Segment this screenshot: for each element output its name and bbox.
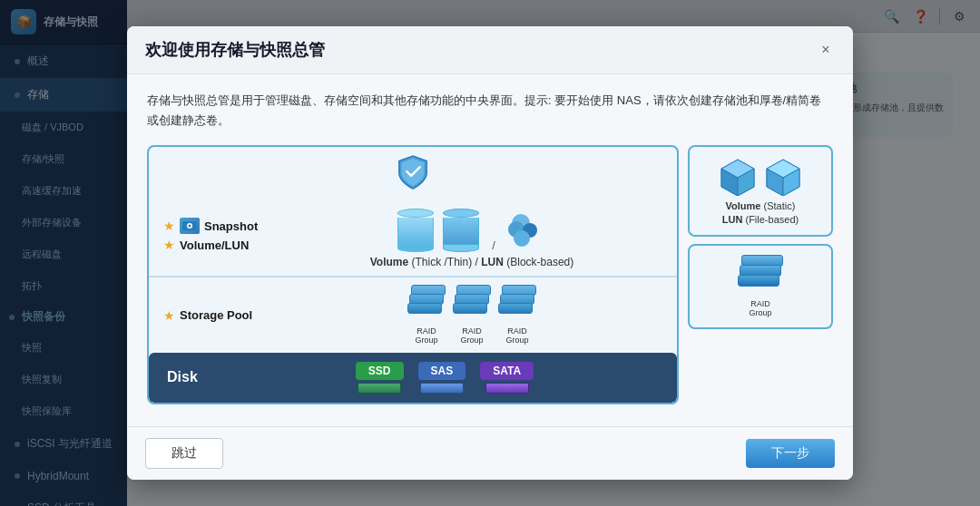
diagram-container: ★ Snapshot ★ Volume/LUN <box>147 145 833 404</box>
static-volume-text: Volume (Static)LUN (File-based) <box>722 199 799 226</box>
raid-stack-3 <box>498 285 536 326</box>
raid-label-3: RAIDGroup <box>505 327 528 345</box>
disk-sas: SAS <box>418 362 466 394</box>
diagram-row-2: ★ Storage Pool <box>149 277 677 353</box>
right-box-raid: RAIDGroup <box>688 244 833 329</box>
cyl-bot-dark <box>443 245 479 252</box>
svg-point-2 <box>189 225 191 228</box>
disk-label: Disk <box>167 369 212 385</box>
raid-disk-1c <box>407 303 442 314</box>
raid-disk-3c <box>498 303 533 314</box>
raid-group-3: RAIDGroup <box>498 285 536 345</box>
row-content-2: RAIDGroup RA <box>281 285 662 345</box>
ssd-chip: SSD <box>356 362 404 380</box>
thick-volume-icon <box>397 209 434 252</box>
raid-single-label: RAIDGroup <box>749 300 771 318</box>
raid-label-2: RAIDGroup <box>460 327 483 345</box>
diagram-right: Volume (Static)LUN (File-based) <box>688 145 833 404</box>
shield-area <box>149 147 677 194</box>
vol-lun-diagram: / <box>370 201 574 268</box>
right-box-static-volume: Volume (Static)LUN (File-based) <box>688 145 833 237</box>
row-label-storagepool: ★ Storage Pool <box>163 308 272 323</box>
static-vol-icons <box>718 156 803 196</box>
cyl-mid-dark <box>443 218 479 245</box>
sata-drive <box>485 383 529 394</box>
cyl-cap-bot <box>397 245 434 252</box>
sas-drive <box>420 383 464 394</box>
cyl-body <box>397 218 434 245</box>
star-icon-3: ★ <box>163 308 175 323</box>
row-label-volumelun: ★ Volume/LUN <box>163 238 272 252</box>
raid-group-1: RAIDGroup <box>407 285 446 345</box>
raid-group-row: RAIDGroup RA <box>407 285 536 345</box>
diagram-row-1: ★ Snapshot ★ Volume/LUN <box>149 194 677 277</box>
thin-volume-icon <box>443 209 479 252</box>
row-labels-1: ★ Snapshot ★ Volume/LUN <box>163 218 272 252</box>
disk-type-items: SSD SAS SATA <box>230 362 659 394</box>
snapshot-label: Snapshot <box>204 219 258 233</box>
modal-description: 存储与快照总管是用于管理磁盘、存储空间和其他存储功能的中央界面。提示: 要开始使… <box>147 91 833 131</box>
raid-stack-1 <box>407 285 446 326</box>
sas-chip: SAS <box>418 362 466 380</box>
skip-button[interactable]: 跳过 <box>145 438 223 469</box>
vol-lun-desc-text: Volume (Thick /Thin) / LUN (Block-based) <box>370 256 574 268</box>
raid-group-2: RAIDGroup <box>453 285 491 345</box>
diagram-main: ★ Snapshot ★ Volume/LUN <box>147 145 679 404</box>
cube-icon-2 <box>763 156 803 196</box>
ssd-drive <box>358 383 401 394</box>
cube-svg-1 <box>718 156 758 196</box>
raid-single-stack <box>738 255 783 298</box>
raid-single-icon: RAIDGroup <box>738 255 783 318</box>
modal-title: 欢迎使用存储与快照总管 <box>145 39 325 61</box>
storagepool-label: Storage Pool <box>180 308 252 322</box>
icons-row: / <box>397 201 546 252</box>
raid-stack-2 <box>453 285 491 326</box>
sata-chip: SATA <box>480 362 534 380</box>
snapshot-icon <box>180 218 200 234</box>
disk-bar: Disk SSD SAS <box>149 353 677 403</box>
row-labels-2: ★ Storage Pool <box>163 308 272 323</box>
row-label-snapshot: ★ Snapshot <box>163 218 272 234</box>
star-icon-2: ★ <box>163 238 175 252</box>
shield-icon <box>397 154 429 190</box>
close-button[interactable]: × <box>817 41 835 59</box>
cyl-cap-top <box>397 209 434 218</box>
modal-overlay: 欢迎使用存储与快照总管 × 存储与快照总管是用于管理磁盘、存储空间和其他存储功能… <box>0 0 980 506</box>
disk-ssd: SSD <box>356 362 404 394</box>
modal-body: 存储与快照总管是用于管理磁盘、存储空间和其他存储功能的中央界面。提示: 要开始使… <box>127 74 853 426</box>
raid-disk-2c <box>453 303 487 314</box>
modal-footer: 跳过 下一步 <box>127 426 853 480</box>
rs-disk-3 <box>738 275 779 287</box>
welcome-modal: 欢迎使用存储与快照总管 × 存储与快照总管是用于管理磁盘、存储空间和其他存储功能… <box>127 26 853 480</box>
next-button[interactable]: 下一步 <box>746 439 835 468</box>
raid-label-1: RAIDGroup <box>415 327 437 345</box>
row-content-1: / <box>281 201 662 268</box>
cyl-cap-dark <box>443 209 479 218</box>
slash-separator: / <box>488 238 499 252</box>
cube-icon-1 <box>718 156 758 196</box>
lun-block-icon <box>508 214 546 252</box>
volumelun-label: Volume/LUN <box>180 238 249 252</box>
disk-sata: SATA <box>480 362 534 394</box>
blob-4 <box>514 230 530 247</box>
cube-svg-2 <box>763 156 803 196</box>
app-background: 📦 存储与快照 概述 存储 磁盘 / VJBOD 存储/快照 高速缓存加速 外部… <box>0 0 980 506</box>
modal-titlebar: 欢迎使用存储与快照总管 × <box>127 26 853 74</box>
star-icon: ★ <box>163 219 175 233</box>
